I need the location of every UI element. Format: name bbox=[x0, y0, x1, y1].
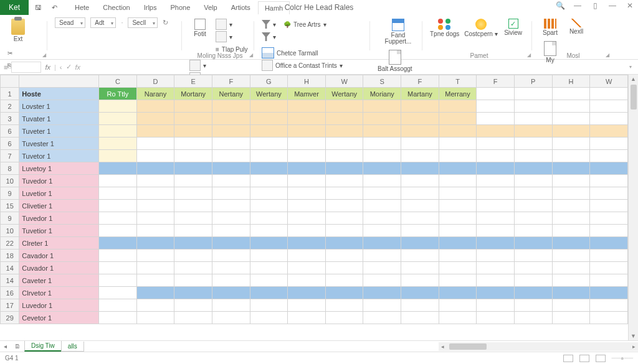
cell[interactable] bbox=[477, 200, 515, 212]
cell[interactable] bbox=[288, 100, 326, 113]
cell[interactable] bbox=[99, 225, 137, 237]
table-row[interactable]: 10Tuvedor 1 bbox=[1, 175, 628, 187]
cell[interactable] bbox=[250, 150, 288, 162]
cell[interactable] bbox=[590, 250, 628, 262]
cell[interactable] bbox=[136, 212, 174, 225]
cell[interactable] bbox=[250, 299, 288, 312]
cell[interactable] bbox=[552, 262, 590, 274]
cell[interactable] bbox=[514, 150, 552, 162]
cell[interactable] bbox=[401, 150, 439, 162]
cell[interactable] bbox=[174, 162, 212, 175]
cell[interactable] bbox=[99, 299, 137, 312]
cell[interactable]: Tuvetor 1 bbox=[19, 150, 99, 162]
row-header[interactable]: 7 bbox=[1, 150, 19, 162]
table-row[interactable]: 3Tuvater 1 bbox=[1, 113, 628, 125]
row-header[interactable]: 15 bbox=[1, 200, 19, 212]
cell[interactable] bbox=[514, 125, 552, 138]
cell[interactable] bbox=[136, 250, 174, 262]
cell[interactable]: Wertany bbox=[325, 88, 363, 100]
office-contast-button[interactable]: Office a Contast Trints▾ bbox=[262, 60, 343, 71]
cell[interactable] bbox=[99, 250, 137, 262]
table-row[interactable]: 17Luvedor 1 bbox=[1, 299, 628, 312]
cell[interactable] bbox=[477, 262, 515, 274]
cell[interactable] bbox=[590, 175, 628, 187]
row-header[interactable]: 1 bbox=[1, 88, 19, 100]
cell[interactable] bbox=[136, 150, 174, 162]
cell[interactable] bbox=[590, 274, 628, 287]
cell[interactable] bbox=[590, 287, 628, 299]
cell[interactable] bbox=[401, 287, 439, 299]
cell[interactable] bbox=[477, 212, 515, 225]
cell[interactable] bbox=[174, 150, 212, 162]
cell[interactable] bbox=[590, 262, 628, 274]
cell[interactable] bbox=[250, 287, 288, 299]
cell[interactable] bbox=[136, 162, 174, 175]
cell[interactable] bbox=[212, 225, 250, 237]
cell[interactable] bbox=[514, 212, 552, 225]
fx-button-icon[interactable]: fx bbox=[75, 63, 81, 71]
cell[interactable]: Tuvater 1 bbox=[19, 113, 99, 125]
row-header[interactable]: 9 bbox=[1, 212, 19, 225]
cell[interactable] bbox=[439, 250, 477, 262]
cell[interactable] bbox=[439, 225, 477, 237]
cell[interactable] bbox=[212, 187, 250, 200]
cell[interactable] bbox=[514, 225, 552, 237]
menu-tab-phone[interactable]: Phone bbox=[164, 1, 196, 14]
cell[interactable]: Merrany bbox=[439, 88, 477, 100]
cell[interactable] bbox=[552, 287, 590, 299]
cell[interactable] bbox=[477, 225, 515, 237]
cell[interactable] bbox=[552, 175, 590, 187]
cell[interactable] bbox=[590, 237, 628, 250]
horizontal-scrollbar[interactable]: ◂ ▸ bbox=[439, 342, 638, 351]
column-header[interactable] bbox=[19, 75, 99, 88]
cell[interactable] bbox=[401, 237, 439, 250]
filter-button[interactable]: ▾ bbox=[262, 19, 276, 30]
table-row[interactable]: 6Tuvester 1 bbox=[1, 138, 628, 150]
row-header[interactable]: 8 bbox=[1, 162, 19, 175]
scroll-left-icon[interactable]: ◂ bbox=[439, 343, 447, 350]
close-icon[interactable]: ✕ bbox=[626, 1, 634, 10]
cell[interactable] bbox=[250, 113, 288, 125]
cell[interactable] bbox=[514, 312, 552, 324]
cell[interactable] bbox=[439, 175, 477, 187]
cell[interactable] bbox=[590, 150, 628, 162]
chetce-button[interactable]: Chetce Tarmall bbox=[262, 47, 343, 58]
cell[interactable] bbox=[325, 299, 363, 312]
cell[interactable] bbox=[552, 100, 590, 113]
cell[interactable] bbox=[250, 212, 288, 225]
cell[interactable]: Lovster 1 bbox=[19, 100, 99, 113]
cell[interactable] bbox=[99, 200, 137, 212]
cell[interactable] bbox=[552, 237, 590, 250]
cell[interactable] bbox=[212, 299, 250, 312]
cell[interactable] bbox=[174, 187, 212, 200]
column-header[interactable]: F bbox=[401, 75, 439, 88]
cell[interactable] bbox=[439, 262, 477, 274]
cell[interactable] bbox=[212, 200, 250, 212]
cell[interactable] bbox=[514, 88, 552, 100]
cell[interactable] bbox=[212, 262, 250, 274]
cell[interactable]: Mamver bbox=[288, 88, 326, 100]
cell[interactable] bbox=[250, 262, 288, 274]
cell[interactable] bbox=[288, 138, 326, 150]
scroll-right-icon[interactable]: ▸ bbox=[630, 343, 638, 350]
cell[interactable] bbox=[439, 150, 477, 162]
cell[interactable] bbox=[363, 200, 401, 212]
cell[interactable] bbox=[477, 162, 515, 175]
row-header[interactable]: 18 bbox=[1, 250, 19, 262]
cell[interactable] bbox=[590, 88, 628, 100]
scroll-down-icon[interactable]: ▼ bbox=[631, 333, 636, 339]
cell[interactable]: Tuvedor 1 bbox=[19, 175, 99, 187]
table-row[interactable]: 15Clivetier 1 bbox=[1, 200, 628, 212]
cell[interactable] bbox=[99, 138, 137, 150]
zoom-slider[interactable]: ──●── bbox=[612, 355, 633, 362]
cell[interactable] bbox=[174, 200, 212, 212]
spreadsheet-grid[interactable]: CDEFGHWSFTFPHW 1HosteRo TtlyNaranyMortan… bbox=[0, 75, 628, 324]
dialog-launcher-icon[interactable]: ◢ bbox=[42, 52, 46, 58]
cell[interactable] bbox=[212, 237, 250, 250]
cell[interactable] bbox=[514, 250, 552, 262]
cell[interactable] bbox=[514, 237, 552, 250]
cell[interactable] bbox=[590, 225, 628, 237]
cell[interactable] bbox=[212, 162, 250, 175]
cell[interactable] bbox=[288, 162, 326, 175]
cell[interactable] bbox=[174, 225, 212, 237]
